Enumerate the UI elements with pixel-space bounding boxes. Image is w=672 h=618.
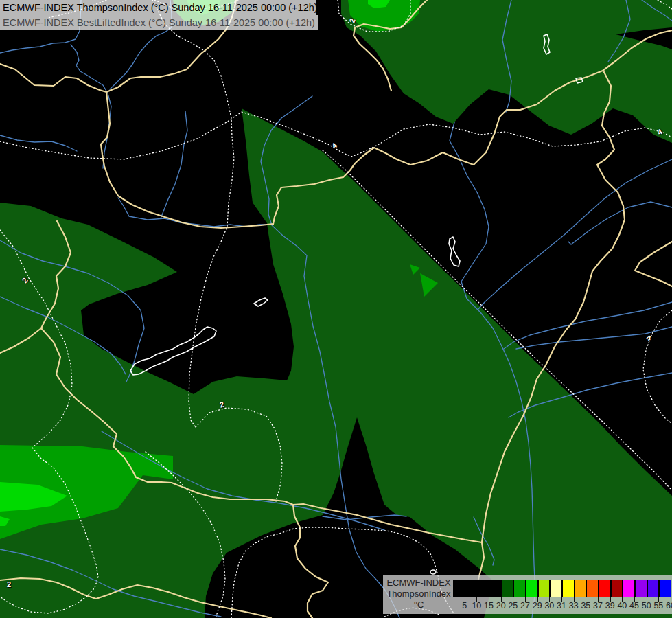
legend-swatch bbox=[647, 580, 660, 597]
legend-tick-label: 5 bbox=[462, 601, 467, 610]
legend-tick-label: 55 bbox=[653, 601, 663, 610]
legend-swatch bbox=[635, 580, 647, 597]
legend-tick-label: 29 bbox=[533, 601, 542, 610]
legend-panel: ECMWF-INDEX ThompsonIndex °C 51015202527… bbox=[383, 575, 672, 614]
legend-swatch bbox=[538, 580, 551, 597]
legend-swatch bbox=[513, 580, 526, 597]
title-text-best-lifted: ECMWF-INDEX BestLiftedIndex (°C) Sunday … bbox=[3, 17, 315, 28]
legend-tick-label: 10 bbox=[472, 601, 481, 610]
title-bar-best-lifted-index: ECMWF-INDEX BestLiftedIndex (°C) Sunday … bbox=[0, 15, 318, 30]
legend-tick-label: 30 bbox=[544, 601, 554, 610]
legend-tick-label: 50 bbox=[642, 601, 651, 610]
legend-swatch bbox=[599, 580, 611, 597]
legend-tick-label: 25 bbox=[508, 601, 518, 610]
legend-swatch bbox=[550, 580, 562, 597]
legend-swatch bbox=[586, 580, 599, 597]
legend-tick-label: 37 bbox=[593, 601, 603, 610]
legend-swatch bbox=[465, 580, 478, 597]
legend-swatch bbox=[623, 580, 635, 597]
weather-map-canvas bbox=[0, 0, 672, 618]
title-text-thompson: ECMWF-INDEX ThompsonIndex (°C) Sunday 16… bbox=[3, 2, 316, 13]
weather-map-screenshot: 4442222 ECMWF-INDEX ThompsonIndex (°C) S… bbox=[0, 0, 672, 618]
legend-swatch bbox=[453, 580, 465, 597]
legend-tick-label: 33 bbox=[569, 601, 579, 610]
legend-tick-label: 31 bbox=[557, 601, 566, 610]
legend-tick-label: 60 bbox=[666, 601, 672, 610]
legend-swatch bbox=[502, 580, 514, 597]
legend-tick-label: 40 bbox=[617, 601, 627, 610]
legend-swatch bbox=[611, 580, 623, 597]
legend-tick-label: 39 bbox=[605, 601, 615, 610]
legend-title-line3: °C bbox=[384, 599, 453, 610]
contour-value-label: 2 bbox=[7, 580, 11, 588]
legend-axis: 51015202527293031333537394045505560 bbox=[453, 597, 671, 614]
legend-title-line2: ThompsonIndex bbox=[384, 588, 453, 599]
legend-swatch bbox=[659, 580, 671, 597]
legend-swatch bbox=[477, 580, 489, 597]
legend-tick-label: 15 bbox=[484, 601, 494, 610]
legend-title: ECMWF-INDEX ThompsonIndex °C bbox=[384, 577, 453, 610]
legend-tick-label: 45 bbox=[629, 601, 639, 610]
legend-tick-label: 27 bbox=[520, 601, 530, 610]
legend-tick-label: 35 bbox=[581, 601, 590, 610]
legend-swatch bbox=[562, 580, 575, 597]
legend-tick-label: 20 bbox=[496, 601, 506, 610]
legend-swatch bbox=[526, 580, 538, 597]
legend-swatch bbox=[489, 580, 502, 597]
legend-swatch bbox=[575, 580, 587, 597]
legend-title-line1: ECMWF-INDEX bbox=[384, 577, 453, 588]
legend-color-scale bbox=[453, 580, 671, 597]
title-bar-thompson-index: ECMWF-INDEX ThompsonIndex (°C) Sunday 16… bbox=[0, 0, 316, 15]
